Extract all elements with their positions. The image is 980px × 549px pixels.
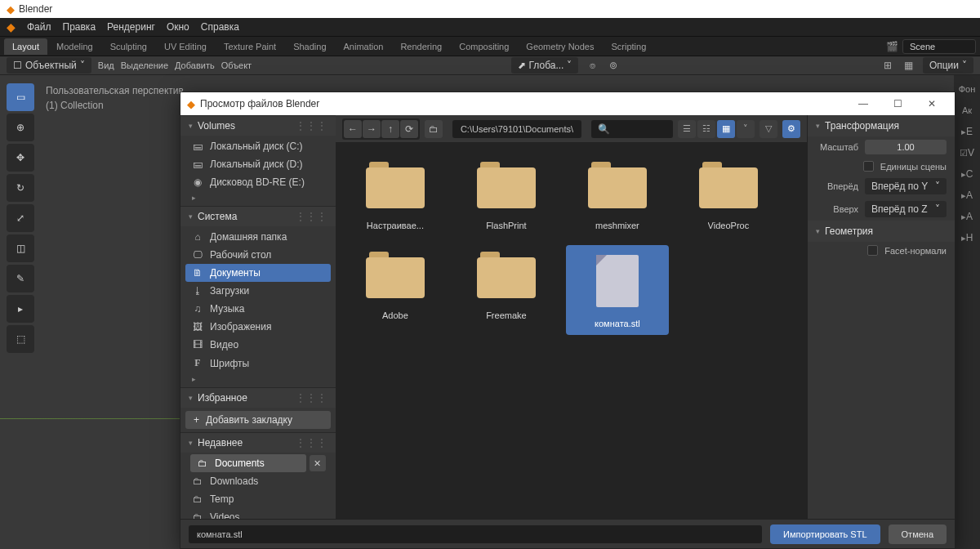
volume-e[interactable]: ◉Дисковод BD-RE (E:) bbox=[185, 173, 331, 191]
xray-icon[interactable]: ▦ bbox=[902, 58, 916, 73]
path-field[interactable]: C:\Users\79101\Documents\ bbox=[452, 120, 581, 138]
menu-window[interactable]: Окно bbox=[167, 21, 189, 33]
cursor-tool[interactable]: ⊕ bbox=[7, 114, 34, 141]
tab-compositing[interactable]: Compositing bbox=[451, 38, 517, 55]
tab-texture[interactable]: Texture Paint bbox=[216, 38, 284, 55]
prop-tab-ak[interactable]: Ак bbox=[958, 101, 976, 119]
transform-header[interactable]: Трансформация bbox=[808, 115, 955, 136]
nav-refresh-button[interactable]: ⟳ bbox=[400, 120, 418, 138]
close-button[interactable]: ✕ bbox=[915, 94, 948, 114]
nav-newfolder-button[interactable]: 🗀 bbox=[425, 120, 443, 138]
measure-tool[interactable]: ▸ bbox=[7, 295, 34, 323]
geometry-header[interactable]: Геометрия bbox=[808, 221, 955, 242]
prop-tab-a2[interactable]: ▸ A bbox=[958, 208, 976, 225]
system-home[interactable]: ⌂Домашняя папка bbox=[185, 228, 331, 246]
scene-units-checkbox[interactable] bbox=[863, 161, 874, 172]
nav-up-button[interactable]: ↑ bbox=[381, 120, 399, 138]
scale-field[interactable]: 1.00 bbox=[865, 140, 947, 154]
tab-geonodes[interactable]: Geometry Nodes bbox=[518, 38, 602, 55]
file-grid[interactable]: Настраивае...FlashPrintmeshmixerVideoPro… bbox=[336, 143, 807, 519]
tab-sculpting[interactable]: Sculpting bbox=[102, 38, 155, 55]
up-dropdown[interactable]: Вперёд по Z˅ bbox=[865, 201, 947, 217]
file-item[interactable]: FlashPrint bbox=[455, 155, 558, 237]
hdr-object[interactable]: Объект bbox=[221, 60, 252, 70]
prop-tab-c[interactable]: ▸ C bbox=[958, 165, 976, 183]
volume-c[interactable]: 🖴Локальный диск (C:) bbox=[185, 137, 331, 155]
recent-header[interactable]: Недавнее⋮⋮⋮ bbox=[180, 432, 336, 453]
system-music[interactable]: ♫Музыка bbox=[185, 300, 331, 318]
file-item[interactable]: meshmixer bbox=[566, 155, 669, 237]
system-fonts[interactable]: FШрифты bbox=[185, 354, 331, 373]
recent-remove-button[interactable]: ✕ bbox=[310, 455, 326, 471]
scale-tool[interactable]: ⤢ bbox=[7, 204, 34, 232]
file-item[interactable]: Настраивае... bbox=[344, 155, 447, 237]
prop-tab-a1[interactable]: ▸ A bbox=[958, 186, 976, 204]
search-field[interactable]: 🔍 bbox=[591, 120, 673, 138]
file-item[interactable]: Freemake bbox=[455, 245, 558, 335]
tab-scripting[interactable]: Scripting bbox=[603, 38, 654, 55]
move-tool[interactable]: ✥ bbox=[7, 144, 34, 172]
menu-file[interactable]: Файл bbox=[27, 21, 51, 33]
proportional-icon[interactable]: ⊚ bbox=[606, 58, 621, 73]
tab-animation[interactable]: Animation bbox=[336, 38, 392, 55]
options-dropdown[interactable]: Опции˅ bbox=[923, 57, 973, 74]
hdr-select[interactable]: Выделение bbox=[121, 60, 168, 70]
tab-shading[interactable]: Shading bbox=[285, 38, 334, 55]
view-detail-button[interactable]: ☷ bbox=[697, 120, 715, 138]
system-documents[interactable]: 🗎Документы bbox=[185, 264, 331, 282]
mode-dropdown[interactable]: ☐Объектный˅ bbox=[7, 57, 91, 74]
hdr-view[interactable]: Вид bbox=[98, 60, 114, 70]
tab-uv[interactable]: UV Editing bbox=[156, 38, 215, 55]
scene-name-input[interactable] bbox=[902, 39, 976, 54]
system-videos[interactable]: 🎞Видео bbox=[185, 336, 331, 354]
prop-tab-bg[interactable]: Фон bbox=[958, 80, 976, 98]
bookmarks-header[interactable]: Избранное⋮⋮⋮ bbox=[180, 387, 336, 408]
add-tool[interactable]: ⬚ bbox=[7, 325, 34, 353]
volume-d[interactable]: 🖴Локальный диск (D:) bbox=[185, 155, 331, 173]
overlay-icon[interactable]: ⊞ bbox=[880, 58, 895, 73]
menu-render[interactable]: Рендеринг bbox=[107, 21, 155, 33]
facet-checkbox[interactable] bbox=[867, 245, 878, 256]
system-header[interactable]: Система⋮⋮⋮ bbox=[180, 206, 336, 226]
tab-layout[interactable]: Layout bbox=[4, 38, 47, 55]
volumes-expand[interactable]: ▸ bbox=[185, 191, 331, 204]
minimize-button[interactable]: — bbox=[847, 94, 880, 114]
maximize-button[interactable]: ☐ bbox=[881, 94, 914, 114]
view-list-button[interactable]: ☰ bbox=[678, 120, 696, 138]
cancel-button[interactable]: Отмена bbox=[889, 524, 947, 544]
settings-button[interactable]: ⚙ bbox=[782, 120, 800, 138]
view-sort-button[interactable]: ˅ bbox=[737, 120, 755, 138]
add-bookmark-button[interactable]: +Добавить закладку bbox=[185, 411, 331, 429]
select-tool[interactable]: ▭ bbox=[7, 83, 34, 111]
tab-rendering[interactable]: Rendering bbox=[392, 38, 450, 55]
rotate-tool[interactable]: ↻ bbox=[7, 174, 34, 202]
recent-downloads[interactable]: 🗀Downloads bbox=[185, 472, 331, 490]
system-downloads[interactable]: ⭳Загрузки bbox=[185, 282, 331, 300]
file-item[interactable]: VideoProc bbox=[677, 155, 780, 237]
forward-dropdown[interactable]: Вперёд по Y˅ bbox=[865, 178, 947, 194]
system-expand[interactable]: ▸ bbox=[185, 373, 331, 386]
recent-videos[interactable]: 🗀Videos bbox=[185, 508, 331, 519]
nav-forward-button[interactable]: → bbox=[363, 120, 381, 138]
hdr-add[interactable]: Добавить bbox=[175, 60, 215, 70]
file-item[interactable]: Adobe bbox=[344, 245, 447, 335]
filter-button[interactable]: ▽ bbox=[760, 120, 777, 138]
recent-temp[interactable]: 🗀Temp bbox=[185, 490, 331, 508]
menu-help[interactable]: Справка bbox=[201, 21, 239, 33]
system-desktop[interactable]: 🖵Рабочий стол bbox=[185, 246, 331, 264]
filename-field[interactable]: комната.stl bbox=[189, 525, 762, 543]
import-button[interactable]: Импортировать STL bbox=[770, 524, 880, 544]
view-thumb-button[interactable]: ▦ bbox=[717, 120, 735, 138]
annotate-tool[interactable]: ✎ bbox=[7, 265, 34, 292]
menu-edit[interactable]: Правка bbox=[63, 21, 96, 33]
transform-tool[interactable]: ◫ bbox=[7, 234, 34, 262]
snap-icon[interactable]: ⌾ bbox=[585, 58, 599, 73]
prop-tab-h[interactable]: ▸ H bbox=[958, 229, 976, 247]
prop-tab-e[interactable]: ▸ E bbox=[958, 123, 976, 141]
system-pictures[interactable]: 🖼Изображения bbox=[185, 318, 331, 336]
volumes-header[interactable]: Volumes⋮⋮⋮ bbox=[180, 115, 336, 136]
tab-modeling[interactable]: Modeling bbox=[48, 38, 101, 55]
recent-documents[interactable]: 🗀Documents bbox=[190, 454, 306, 472]
prop-tab-v[interactable]: ☑ V bbox=[958, 144, 976, 162]
nav-back-button[interactable]: ← bbox=[344, 120, 362, 138]
